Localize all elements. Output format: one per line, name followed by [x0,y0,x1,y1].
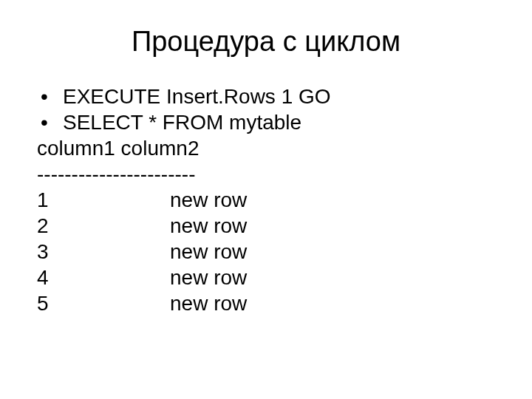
cell-column1: 2 [37,213,170,239]
cell-column2: new row [170,239,247,265]
table-row: 1 new row [37,187,495,213]
table-row: 3 new row [37,239,495,265]
cell-column2: new row [170,290,247,316]
bullet-text: SELECT * FROM mytable [63,109,301,135]
table-row: 4 new row [37,265,495,290]
bullet-text: EXECUTE Insert.Rows 1 GO [63,83,331,109]
columns-header: column1 column2 [37,135,495,161]
bullet-marker: • [37,83,63,109]
table-row: 2 new row [37,213,495,239]
cell-column1: 5 [37,290,170,316]
bullet-marker: • [37,109,63,135]
cell-column2: new row [170,187,247,213]
bullet-item: • SELECT * FROM mytable [37,109,495,135]
cell-column1: 4 [37,265,170,290]
cell-column2: new row [170,213,247,239]
bullet-item: • EXECUTE Insert.Rows 1 GO [37,83,495,109]
table-row: 5 new row [37,290,495,316]
slide-content: • EXECUTE Insert.Rows 1 GO • SELECT * FR… [37,83,495,316]
slide-title: Процедура с циклом [37,26,495,58]
cell-column1: 3 [37,239,170,265]
divider-line: ----------------------- [37,161,495,187]
cell-column2: new row [170,265,247,290]
cell-column1: 1 [37,187,170,213]
